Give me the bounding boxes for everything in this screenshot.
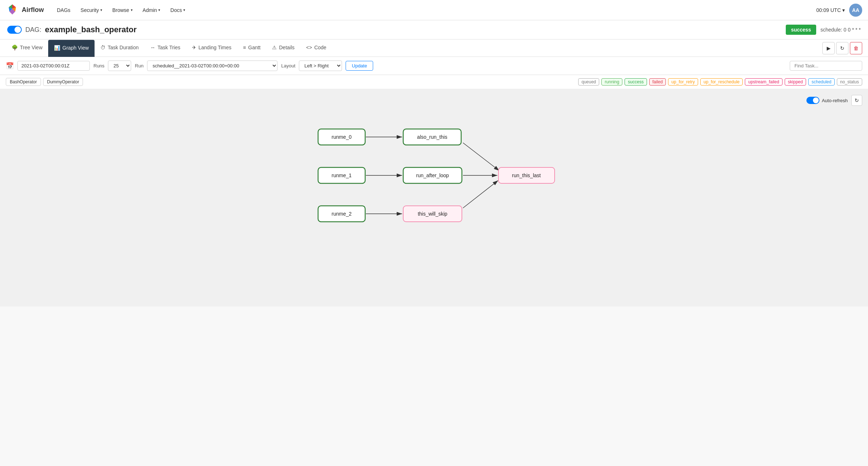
- status-running: running: [601, 78, 622, 86]
- date-input[interactable]: [17, 61, 90, 71]
- tab-graph-view[interactable]: 📊 Graph View: [48, 40, 95, 57]
- tab-landing-times[interactable]: ✈ Landing Times: [186, 39, 237, 57]
- navbar-right: 00:09 UTC ▾ AA: [816, 4, 862, 17]
- runs-label: Runs: [93, 63, 104, 68]
- dag-toggle[interactable]: [7, 26, 22, 34]
- details-icon: ⚠: [272, 45, 277, 50]
- avatar[interactable]: AA: [849, 4, 862, 17]
- tabs-right: ▶ ↻ 🗑: [822, 42, 862, 54]
- task-tries-icon: ↔: [150, 45, 155, 50]
- layout-label: Layout: [281, 63, 295, 68]
- dummy-operator-badge: DummyOperator: [43, 78, 83, 86]
- label-run-this-last: run_this_last: [512, 172, 541, 178]
- tree-view-icon: 🌳: [12, 45, 18, 50]
- navbar-time[interactable]: 00:09 UTC ▾: [816, 7, 845, 13]
- label-runme-2: runme_2: [331, 211, 351, 217]
- tab-gantt[interactable]: ≡ Gantt: [237, 39, 266, 57]
- update-button[interactable]: Update: [346, 61, 373, 71]
- brand[interactable]: Airflow: [6, 4, 44, 17]
- nav-admin[interactable]: Admin ▾: [138, 5, 165, 15]
- auto-refresh-switch[interactable]: [806, 97, 819, 104]
- page-header: DAG: example_bash_operator success sched…: [0, 20, 868, 39]
- run-select[interactable]: scheduled__2021-03-02T00:00:00+00:00: [147, 61, 277, 71]
- docs-caret-icon: ▾: [183, 8, 185, 12]
- tab-details[interactable]: ⚠ Details: [266, 39, 300, 57]
- status-failed: failed: [649, 78, 666, 86]
- nav-items: DAGs Security ▾ Browse ▾ Admin ▾ Docs ▾: [53, 5, 816, 15]
- tab-tree-view[interactable]: 🌳 Tree View: [6, 39, 48, 57]
- tab-code[interactable]: <> Code: [300, 39, 332, 57]
- operators-legend: BashOperator DummyOperator: [6, 78, 83, 86]
- header-right: success schedule: 0 0 * * *: [786, 25, 861, 35]
- graph-refresh-button[interactable]: ↻: [851, 95, 862, 106]
- airflow-logo: [6, 4, 19, 17]
- tabs-bar: 🌳 Tree View 📊 Graph View ⏱ Task Duration…: [0, 39, 868, 57]
- nav-docs[interactable]: Docs ▾: [166, 5, 189, 15]
- refresh-button[interactable]: ↻: [836, 42, 848, 54]
- label-runme-1: runme_1: [331, 172, 351, 178]
- find-task-input[interactable]: [790, 61, 862, 71]
- gantt-icon: ≡: [243, 45, 246, 50]
- status-queued: queued: [578, 78, 599, 86]
- label-run-after-loop: run_after_loop: [416, 172, 449, 178]
- nav-browse[interactable]: Browse ▾: [108, 5, 137, 15]
- landing-times-icon: ✈: [192, 45, 196, 50]
- nav-security[interactable]: Security ▾: [76, 5, 107, 15]
- auto-refresh-label: Auto-refresh: [822, 98, 848, 103]
- run-label: Run: [135, 63, 143, 68]
- status-up-for-reschedule: up_for_reschedule: [700, 78, 743, 86]
- admin-caret-icon: ▾: [158, 8, 160, 12]
- label-this-will-skip: this_will_skip: [418, 211, 447, 217]
- dag-graph-svg: runme_0 also_run_this runme_1 run_after_…: [307, 111, 561, 249]
- tabs-left: 🌳 Tree View 📊 Graph View ⏱ Task Duration…: [6, 39, 332, 57]
- delete-button[interactable]: 🗑: [850, 42, 862, 54]
- graph-area: Auto-refresh ↻ runm: [0, 89, 868, 307]
- legend-bar: BashOperator DummyOperator queued runnin…: [0, 75, 868, 89]
- layout-select[interactable]: Left > Right Top > Bottom: [299, 61, 342, 71]
- bash-operator-badge: BashOperator: [6, 78, 41, 86]
- run-button[interactable]: ▶: [822, 42, 835, 54]
- dag-title-row: DAG: example_bash_operator: [7, 25, 137, 34]
- graph-top-right: Auto-refresh ↻: [806, 95, 862, 106]
- dag-name: example_bash_operator: [45, 25, 137, 34]
- edge-also-last: [463, 143, 499, 171]
- dag-graph-container: runme_0 also_run_this runme_1 run_after_…: [7, 111, 861, 249]
- runs-select[interactable]: 25 50 100: [108, 61, 131, 71]
- status-up-for-retry: up_for_retry: [668, 78, 698, 86]
- status-success: success: [625, 78, 647, 86]
- brand-name: Airflow: [22, 6, 44, 14]
- task-duration-icon: ⏱: [100, 45, 105, 50]
- time-caret-icon: ▾: [842, 7, 845, 13]
- calendar-icon[interactable]: 📅: [6, 62, 14, 70]
- status-skipped: skipped: [785, 78, 806, 86]
- status-no-status: no_status: [837, 78, 862, 86]
- schedule-text: schedule: 0 0 * * *: [821, 27, 861, 33]
- status-badge: success: [786, 25, 816, 35]
- browse-caret-icon: ▾: [131, 8, 133, 12]
- label-runme-0: runme_0: [331, 134, 351, 140]
- auto-refresh-toggle[interactable]: Auto-refresh: [806, 97, 848, 104]
- nav-dags[interactable]: DAGs: [53, 5, 75, 15]
- label-also-run-this: also_run_this: [417, 134, 447, 140]
- code-icon: <>: [306, 45, 312, 50]
- status-legend: queued running success failed up_for_ret…: [578, 78, 862, 86]
- graph-view-icon: 📊: [54, 45, 60, 51]
- tab-task-duration[interactable]: ⏱ Task Duration: [95, 39, 145, 57]
- navbar: Airflow DAGs Security ▾ Browse ▾ Admin ▾…: [0, 0, 868, 20]
- dag-label: DAG:: [25, 26, 41, 34]
- tab-task-tries[interactable]: ↔ Task Tries: [145, 39, 186, 57]
- status-scheduled: scheduled: [808, 78, 835, 86]
- status-upstream-failed: upstream_failed: [745, 78, 782, 86]
- edge-skip-last: [463, 180, 498, 208]
- controls-bar: 📅 Runs 25 50 100 Run scheduled__2021-03-…: [0, 57, 868, 75]
- security-caret-icon: ▾: [100, 8, 102, 12]
